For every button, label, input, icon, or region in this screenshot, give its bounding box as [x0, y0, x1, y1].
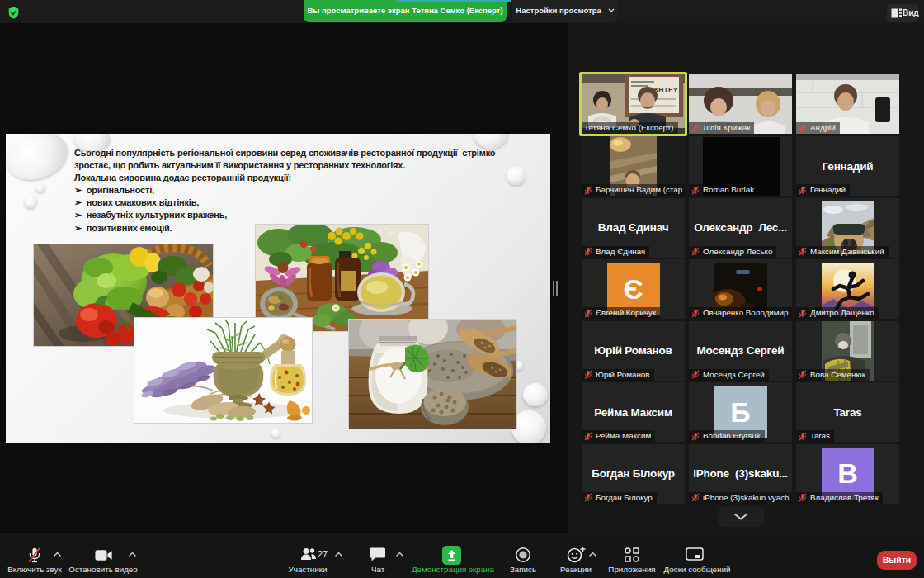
svg-text:КНТЕУ: КНТЕУ — [653, 86, 677, 94]
